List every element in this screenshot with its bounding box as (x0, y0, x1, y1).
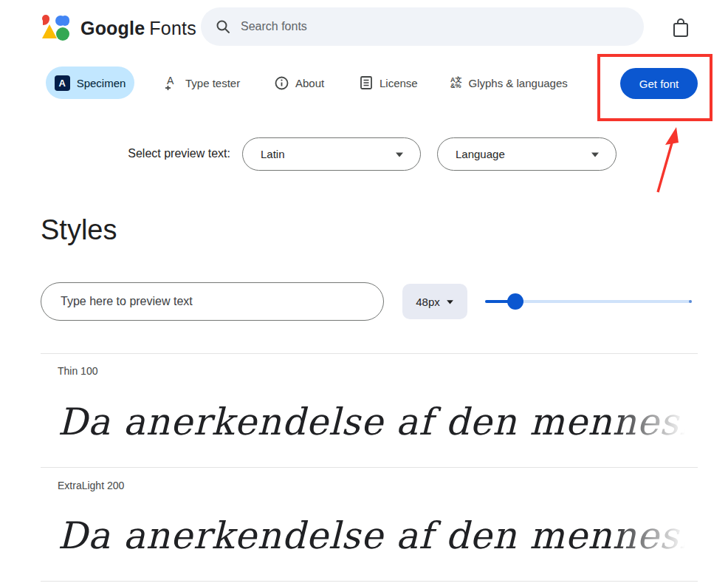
styles-heading: Styles (41, 214, 117, 246)
style-row-name: Thin 100 (58, 365, 97, 377)
style-row-name: ExtraLight 200 (58, 480, 124, 491)
slider-end-dot (689, 300, 692, 303)
tab-type-tester-label: Type tester (185, 77, 240, 89)
get-font-button[interactable]: Get font (620, 68, 698, 99)
tab-specimen-label: Specimen (77, 77, 126, 89)
glyphs-icon-row-bottom: &% (450, 83, 462, 89)
row-divider (41, 581, 698, 582)
font-size-dropdown[interactable]: 48px (402, 284, 467, 319)
glyphs-languages-icon: A文 &% (450, 77, 462, 89)
google-fonts-logo[interactable]: GoogleFonts (41, 13, 196, 43)
chevron-down-icon (446, 299, 454, 304)
tab-license[interactable]: License (360, 67, 418, 99)
logo-fonts-text: Fonts (149, 18, 196, 38)
preview-text-input[interactable] (41, 282, 384, 321)
language-dropdown-value: Language (456, 148, 505, 160)
search-icon (216, 19, 230, 34)
preview-script-dropdown-value: Latin (261, 148, 285, 160)
tab-specimen[interactable]: A Specimen (46, 67, 134, 99)
tab-glyphs-languages-label: Glyphs & languages (469, 77, 568, 89)
font-size-value: 48px (416, 296, 440, 308)
bag-glyph (672, 18, 690, 38)
annotation-red-arrow (648, 124, 685, 194)
language-dropdown[interactable]: Language (437, 137, 617, 171)
search-input[interactable] (241, 20, 629, 33)
document-icon (360, 75, 373, 90)
select-preview-text-label: Select preview text: (111, 147, 230, 160)
slider-thumb[interactable] (507, 293, 523, 310)
logo-wordmark: GoogleFonts (80, 18, 196, 39)
row-divider (41, 467, 698, 468)
tab-about[interactable]: About (275, 67, 324, 99)
font-size-slider[interactable] (485, 293, 692, 310)
google-fonts-logo-icon (41, 14, 72, 42)
info-icon (275, 76, 289, 90)
chevron-down-icon (591, 151, 600, 157)
preview-script-dropdown[interactable]: Latin (242, 137, 421, 171)
chevron-down-icon (395, 151, 404, 157)
type-tester-icon: A (164, 75, 179, 91)
tab-type-tester[interactable]: A Type tester (164, 67, 240, 99)
tab-glyphs-languages[interactable]: A文 &% Glyphs & languages (450, 67, 568, 99)
specimen-a-icon: A (55, 75, 70, 91)
row-divider (41, 353, 698, 354)
shopping-bag-icon[interactable] (669, 16, 693, 40)
style-row-preview-extralight-200[interactable]: Da anerkendelse af den mennesket ik (58, 507, 698, 565)
svg-text:A: A (167, 75, 174, 86)
logo-google-text: Google (80, 18, 145, 38)
style-row-preview-thin-100[interactable]: Da anerkendelse af den mennesket ik (58, 393, 698, 451)
tab-license-label: License (380, 77, 418, 89)
tab-about-label: About (295, 77, 324, 89)
search-bar[interactable] (201, 7, 644, 46)
